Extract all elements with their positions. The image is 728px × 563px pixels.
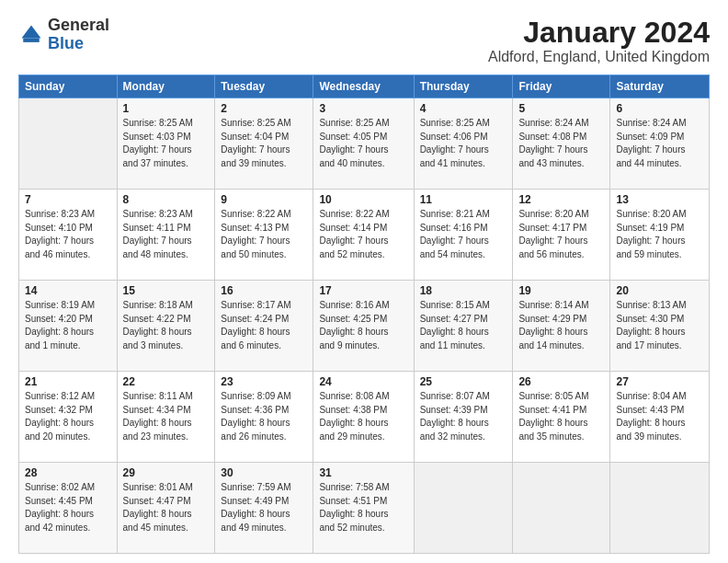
day-cell: 5Sunrise: 8:24 AM Sunset: 4:08 PM Daylig… — [513, 98, 610, 190]
svg-rect-1 — [23, 38, 40, 41]
day-cell: 29Sunrise: 8:01 AM Sunset: 4:47 PM Dayli… — [117, 463, 215, 554]
day-detail: Sunrise: 7:58 AM Sunset: 4:51 PM Dayligh… — [319, 481, 407, 534]
day-detail: Sunrise: 8:16 AM Sunset: 4:25 PM Dayligh… — [319, 299, 407, 352]
week-row-5: 28Sunrise: 8:02 AM Sunset: 4:45 PM Dayli… — [19, 463, 710, 554]
day-number: 4 — [420, 102, 507, 115]
day-number: 11 — [420, 193, 507, 206]
week-row-4: 21Sunrise: 8:12 AM Sunset: 4:32 PM Dayli… — [19, 372, 710, 463]
day-detail: Sunrise: 8:11 AM Sunset: 4:34 PM Dayligh… — [123, 390, 210, 443]
day-cell: 16Sunrise: 8:17 AM Sunset: 4:24 PM Dayli… — [215, 281, 313, 372]
day-detail: Sunrise: 8:25 AM Sunset: 4:05 PM Dayligh… — [319, 117, 407, 170]
day-cell: 13Sunrise: 8:20 AM Sunset: 4:19 PM Dayli… — [610, 190, 710, 281]
col-header-saturday: Saturday — [610, 75, 710, 98]
day-number: 24 — [319, 375, 407, 388]
day-cell: 7Sunrise: 8:23 AM Sunset: 4:10 PM Daylig… — [19, 190, 118, 281]
day-number: 31 — [319, 466, 407, 479]
day-number: 23 — [221, 375, 307, 388]
col-header-sunday: Sunday — [19, 75, 118, 98]
day-detail: Sunrise: 8:13 AM Sunset: 4:30 PM Dayligh… — [616, 299, 703, 352]
day-cell: 17Sunrise: 8:16 AM Sunset: 4:25 PM Dayli… — [313, 281, 414, 372]
day-cell: 20Sunrise: 8:13 AM Sunset: 4:30 PM Dayli… — [610, 281, 710, 372]
day-cell: 6Sunrise: 8:24 AM Sunset: 4:09 PM Daylig… — [610, 98, 710, 190]
day-cell — [19, 98, 118, 190]
day-cell: 12Sunrise: 8:20 AM Sunset: 4:17 PM Dayli… — [513, 190, 610, 281]
day-detail: Sunrise: 8:22 AM Sunset: 4:14 PM Dayligh… — [319, 208, 407, 261]
day-detail: Sunrise: 8:20 AM Sunset: 4:19 PM Dayligh… — [616, 208, 703, 261]
day-cell: 21Sunrise: 8:12 AM Sunset: 4:32 PM Dayli… — [19, 372, 118, 463]
header: General Blue January 2024 Aldford, Engla… — [18, 17, 710, 65]
day-cell: 30Sunrise: 7:59 AM Sunset: 4:49 PM Dayli… — [215, 463, 313, 554]
day-cell — [610, 463, 710, 554]
day-cell: 3Sunrise: 8:25 AM Sunset: 4:05 PM Daylig… — [313, 98, 414, 190]
calendar-subtitle: Aldford, England, United Kingdom — [488, 49, 710, 65]
week-row-3: 14Sunrise: 8:19 AM Sunset: 4:20 PM Dayli… — [19, 281, 710, 372]
col-header-monday: Monday — [117, 75, 215, 98]
day-cell: 18Sunrise: 8:15 AM Sunset: 4:27 PM Dayli… — [414, 281, 513, 372]
day-number: 13 — [616, 193, 703, 206]
day-number: 5 — [518, 102, 604, 115]
day-number: 15 — [123, 284, 210, 297]
col-header-thursday: Thursday — [414, 75, 513, 98]
day-cell: 15Sunrise: 8:18 AM Sunset: 4:22 PM Dayli… — [117, 281, 215, 372]
day-cell: 19Sunrise: 8:14 AM Sunset: 4:29 PM Dayli… — [513, 281, 610, 372]
day-cell: 31Sunrise: 7:58 AM Sunset: 4:51 PM Dayli… — [313, 463, 414, 554]
day-number: 27 — [616, 375, 703, 388]
day-cell: 10Sunrise: 8:22 AM Sunset: 4:14 PM Dayli… — [313, 190, 414, 281]
logo-general-text: General — [48, 16, 109, 34]
day-detail: Sunrise: 8:04 AM Sunset: 4:43 PM Dayligh… — [616, 390, 703, 443]
day-number: 25 — [420, 375, 507, 388]
day-cell: 11Sunrise: 8:21 AM Sunset: 4:16 PM Dayli… — [414, 190, 513, 281]
col-header-friday: Friday — [513, 75, 610, 98]
day-detail: Sunrise: 8:24 AM Sunset: 4:09 PM Dayligh… — [616, 117, 703, 170]
day-cell: 4Sunrise: 8:25 AM Sunset: 4:06 PM Daylig… — [414, 98, 513, 190]
day-cell — [414, 463, 513, 554]
day-detail: Sunrise: 8:24 AM Sunset: 4:08 PM Dayligh… — [518, 117, 604, 170]
svg-marker-0 — [22, 25, 41, 38]
day-number: 12 — [518, 193, 604, 206]
day-number: 2 — [221, 102, 307, 115]
day-detail: Sunrise: 8:21 AM Sunset: 4:16 PM Dayligh… — [420, 208, 507, 261]
day-number: 30 — [221, 466, 307, 479]
day-cell: 24Sunrise: 8:08 AM Sunset: 4:38 PM Dayli… — [313, 372, 414, 463]
day-cell: 22Sunrise: 8:11 AM Sunset: 4:34 PM Dayli… — [117, 372, 215, 463]
page: General Blue January 2024 Aldford, Engla… — [0, 0, 728, 563]
week-row-1: 1Sunrise: 8:25 AM Sunset: 4:03 PM Daylig… — [19, 98, 710, 190]
day-number: 21 — [25, 375, 111, 388]
day-number: 9 — [221, 193, 307, 206]
header-row: SundayMondayTuesdayWednesdayThursdayFrid… — [19, 75, 710, 98]
day-detail: Sunrise: 8:25 AM Sunset: 4:03 PM Dayligh… — [123, 117, 210, 170]
day-number: 18 — [420, 284, 507, 297]
day-cell: 1Sunrise: 8:25 AM Sunset: 4:03 PM Daylig… — [117, 98, 215, 190]
day-detail: Sunrise: 8:05 AM Sunset: 4:41 PM Dayligh… — [518, 390, 604, 443]
day-number: 29 — [123, 466, 210, 479]
day-cell: 8Sunrise: 8:23 AM Sunset: 4:11 PM Daylig… — [117, 190, 215, 281]
day-cell: 14Sunrise: 8:19 AM Sunset: 4:20 PM Dayli… — [19, 281, 118, 372]
day-detail: Sunrise: 8:20 AM Sunset: 4:17 PM Dayligh… — [518, 208, 604, 261]
logo-blue-text: Blue — [48, 34, 84, 52]
day-detail: Sunrise: 8:02 AM Sunset: 4:45 PM Dayligh… — [25, 481, 111, 534]
day-number: 1 — [123, 102, 210, 115]
day-number: 8 — [123, 193, 210, 206]
day-number: 10 — [319, 193, 407, 206]
calendar-table: SundayMondayTuesdayWednesdayThursdayFrid… — [18, 75, 710, 554]
day-number: 22 — [123, 375, 210, 388]
day-detail: Sunrise: 7:59 AM Sunset: 4:49 PM Dayligh… — [221, 481, 307, 534]
day-detail: Sunrise: 8:22 AM Sunset: 4:13 PM Dayligh… — [221, 208, 307, 261]
day-detail: Sunrise: 8:01 AM Sunset: 4:47 PM Dayligh… — [123, 481, 210, 534]
col-header-tuesday: Tuesday — [215, 75, 313, 98]
calendar-title: January 2024 — [488, 17, 710, 49]
day-number: 20 — [616, 284, 703, 297]
day-number: 6 — [616, 102, 703, 115]
day-number: 28 — [25, 466, 111, 479]
day-detail: Sunrise: 8:23 AM Sunset: 4:11 PM Dayligh… — [123, 208, 210, 261]
day-cell: 2Sunrise: 8:25 AM Sunset: 4:04 PM Daylig… — [215, 98, 313, 190]
day-number: 16 — [221, 284, 307, 297]
day-detail: Sunrise: 8:12 AM Sunset: 4:32 PM Dayligh… — [25, 390, 111, 443]
logo-icon — [18, 22, 44, 48]
day-number: 3 — [319, 102, 407, 115]
day-detail: Sunrise: 8:17 AM Sunset: 4:24 PM Dayligh… — [221, 299, 307, 352]
day-detail: Sunrise: 8:25 AM Sunset: 4:06 PM Dayligh… — [420, 117, 507, 170]
day-detail: Sunrise: 8:15 AM Sunset: 4:27 PM Dayligh… — [420, 299, 507, 352]
day-number: 7 — [25, 193, 111, 206]
day-detail: Sunrise: 8:09 AM Sunset: 4:36 PM Dayligh… — [221, 390, 307, 443]
